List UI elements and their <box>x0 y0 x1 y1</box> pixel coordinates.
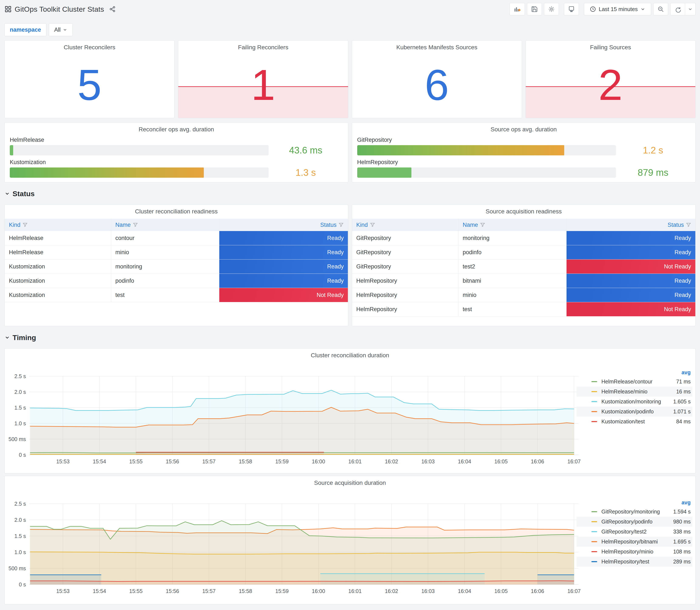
row-header-status[interactable]: Status <box>4 188 696 199</box>
series-color-dash <box>591 511 597 512</box>
series-color-dash <box>591 551 597 552</box>
gauge-row-label: GitRepository <box>357 137 690 143</box>
chart-panel-cluster-reconciliation-duration[interactable]: Cluster reconciliation duration 0 s500 m… <box>4 348 696 473</box>
chevron-down-icon <box>4 335 10 340</box>
cell-name: podinfo <box>458 245 567 259</box>
timeseries-plot[interactable]: 0 s500 ms1.0 s1.5 s2.0 s2.5 s15:5315:541… <box>5 349 583 473</box>
namespace-filter-value[interactable]: All <box>49 23 73 36</box>
column-header-status[interactable]: Status <box>219 219 348 231</box>
chevron-down-icon <box>4 191 10 196</box>
series-color-dash <box>591 541 597 542</box>
svg-text:15:58: 15:58 <box>239 459 252 464</box>
namespace-filter-label[interactable]: namespace <box>4 23 46 36</box>
svg-text:0 s: 0 s <box>19 581 26 588</box>
chevron-down-icon <box>63 28 67 32</box>
legend-item[interactable]: HelmRelease/minio16 ms <box>576 387 693 397</box>
table-header-row: KindNameStatus <box>352 219 696 231</box>
series-avg-value: 108 ms <box>673 549 691 555</box>
series-avg-value: 1.071 s <box>673 408 691 415</box>
zoom-out-time-button[interactable] <box>653 3 668 15</box>
series-name: HelmRepository/bitnami <box>601 539 673 545</box>
gauge-row-label: HelmRepository <box>357 159 690 165</box>
panel-title: Source acquisition readiness <box>352 205 696 215</box>
svg-text:15:54: 15:54 <box>93 459 106 464</box>
magnifier-minus-icon <box>657 6 664 13</box>
filter-icon[interactable] <box>370 222 375 227</box>
stat-panel-kubernetes-manifests-sources[interactable]: Kubernetes Manifests Sources 6 <box>352 41 522 118</box>
filter-icon[interactable] <box>480 222 485 227</box>
gauge-bar-track <box>10 167 268 178</box>
gauge-panel-source-ops[interactable]: Source ops avg. duration GitRepository 1… <box>352 123 696 182</box>
cell-name: minio <box>458 288 567 302</box>
cell-name: minio <box>111 245 219 259</box>
legend-item[interactable]: GitRepository/test2338 ms <box>576 527 693 537</box>
gauge-panel-reconciler-ops[interactable]: Reconciler ops avg. duration HelmRelease… <box>4 123 348 182</box>
series-color-dash <box>591 421 597 422</box>
svg-text:15:54: 15:54 <box>93 588 106 594</box>
stat-panel-cluster-reconcilers[interactable]: Cluster Reconcilers 5 <box>4 41 175 118</box>
svg-text:16:06: 16:06 <box>531 459 544 464</box>
status-badge: Ready <box>567 245 695 259</box>
legend-avg-header[interactable]: avg <box>576 498 693 507</box>
svg-text:15:55: 15:55 <box>129 588 143 594</box>
share-icon[interactable] <box>109 6 116 12</box>
legend-item[interactable]: GitRepository/monitoring1.594 s <box>576 507 693 517</box>
svg-text:2.0 s: 2.0 s <box>14 517 26 523</box>
panel-title: Failing Sources <box>526 41 695 51</box>
refresh-interval-button[interactable] <box>685 3 696 15</box>
svg-text:15:53: 15:53 <box>56 588 70 594</box>
dashboard-settings-button[interactable] <box>544 3 559 15</box>
column-header-status[interactable]: Status <box>567 219 695 231</box>
filter-icon[interactable] <box>339 222 344 227</box>
svg-text:16:05: 16:05 <box>494 588 508 594</box>
table-panel-cluster-reconciliation-readiness[interactable]: Cluster reconciliation readiness KindNam… <box>4 205 348 326</box>
legend-item[interactable]: GitRepository/podinfo980 ms <box>576 517 693 527</box>
time-range-picker[interactable]: Last 15 minutes <box>584 3 651 15</box>
cell-kind: Kustomization <box>5 288 111 302</box>
row-header-timing[interactable]: Timing <box>4 332 696 343</box>
svg-text:16:06: 16:06 <box>531 588 544 594</box>
table-panel-source-acquisition-readiness[interactable]: Source acquisition readiness KindNameSta… <box>352 205 696 326</box>
gauge-bar-track <box>10 145 268 155</box>
stat-panel-failing-reconcilers[interactable]: Failing Reconcilers 1 <box>178 41 348 118</box>
legend-item[interactable]: HelmRelease/contour71 ms <box>576 376 693 387</box>
filter-icon[interactable] <box>133 222 138 227</box>
chart-panel-source-acquisition-duration[interactable]: Source acquisition duration 0 s500 ms1.0… <box>4 476 696 604</box>
namespace-value-text: All <box>54 27 61 33</box>
status-badge: Not Ready <box>219 288 348 302</box>
chart-legend: avgGitRepository/monitoring1.594 sGitRep… <box>576 498 693 567</box>
svg-text:16:07: 16:07 <box>567 588 581 594</box>
legend-item[interactable]: HelmRepository/test289 ms <box>576 557 693 567</box>
stat-panel-failing-sources[interactable]: Failing Sources 2 <box>525 41 696 118</box>
svg-text:16:04: 16:04 <box>458 459 471 464</box>
clock-icon <box>590 6 596 12</box>
series-name: HelmRelease/minio <box>601 388 676 395</box>
legend-item[interactable]: Kustomization/monitoring1.605 s <box>576 397 693 406</box>
timeseries-plot[interactable]: 0 s500 ms1.0 s1.5 s2.0 s2.5 s15:5315:541… <box>5 476 583 605</box>
gauge-value: 879 ms <box>616 167 690 178</box>
chevron-down-icon <box>688 6 693 12</box>
table-row: KustomizationtestNot Ready <box>5 288 348 302</box>
filter-icon[interactable] <box>22 222 28 227</box>
column-header-kind[interactable]: Kind <box>352 219 459 231</box>
svg-text:1.0 s: 1.0 s <box>14 549 26 555</box>
filter-icon[interactable] <box>686 222 691 227</box>
status-badge: Ready <box>567 231 695 245</box>
column-header-name[interactable]: Name <box>458 219 567 231</box>
refresh-button[interactable] <box>670 3 685 15</box>
column-header-name[interactable]: Name <box>111 219 219 231</box>
legend-item[interactable]: HelmRepository/minio108 ms <box>576 547 693 557</box>
legend-item[interactable]: Kustomization/podinfo1.071 s <box>576 406 693 417</box>
column-header-kind[interactable]: Kind <box>5 219 111 231</box>
series-name: HelmRelease/contour <box>601 379 676 385</box>
add-panel-button[interactable] <box>509 3 525 15</box>
save-dashboard-button[interactable] <box>527 3 542 15</box>
stat-value: 6 <box>352 46 522 118</box>
legend-item[interactable]: HelmRepository/bitnami1.695 s <box>576 537 693 547</box>
legend-avg-header[interactable]: avg <box>576 368 693 376</box>
chevron-down-icon <box>640 6 646 12</box>
svg-text:15:59: 15:59 <box>275 588 289 594</box>
svg-text:15:56: 15:56 <box>166 588 179 594</box>
tv-mode-button[interactable] <box>564 3 579 15</box>
legend-item[interactable]: Kustomization/test84 ms <box>576 417 693 427</box>
